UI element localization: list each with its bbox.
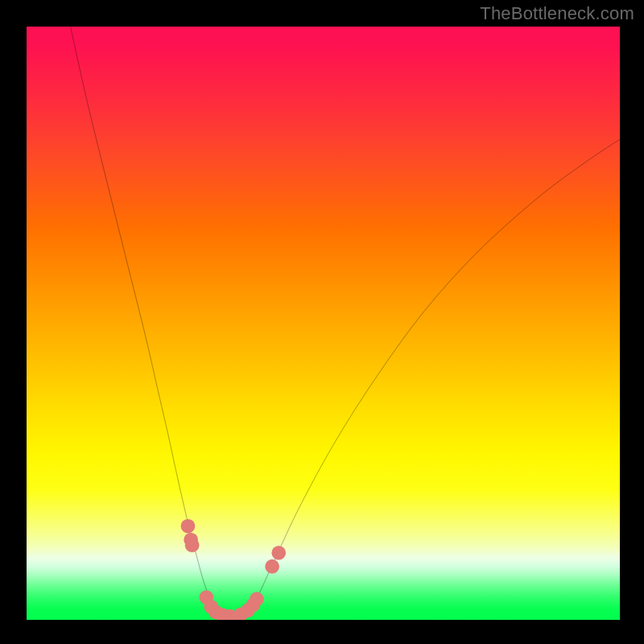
bottleneck-point (271, 546, 286, 560)
bottleneck-point (185, 538, 200, 552)
watermark-text: TheBottleneck.com (480, 3, 634, 24)
bottleneck-point (250, 592, 264, 606)
points-layer (27, 27, 620, 620)
bottleneck-point (181, 519, 196, 534)
chart-container: TheBottleneck.com (0, 0, 644, 644)
bottleneck-points-group (181, 519, 286, 620)
plot-area (27, 27, 620, 620)
bottleneck-point (265, 559, 279, 574)
